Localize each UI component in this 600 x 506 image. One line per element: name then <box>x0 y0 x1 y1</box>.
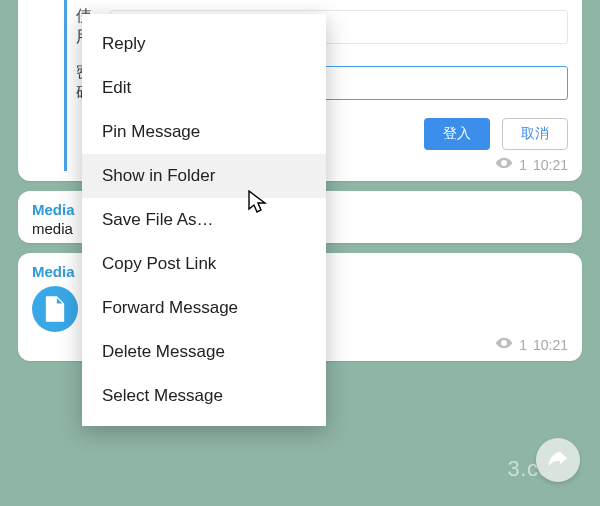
menu-pin[interactable]: Pin Message <box>82 110 326 154</box>
views-count: 1 <box>519 157 527 173</box>
menu-save-as[interactable]: Save File As… <box>82 198 326 242</box>
message-time: 10:21 <box>533 157 568 173</box>
file-icon <box>32 286 78 332</box>
menu-copy-link[interactable]: Copy Post Link <box>82 242 326 286</box>
menu-show-in-folder[interactable]: Show in Folder <box>82 154 326 198</box>
menu-forward[interactable]: Forward Message <box>82 286 326 330</box>
views-icon <box>495 154 513 175</box>
login-button-label: 登入 <box>443 125 471 143</box>
share-button[interactable] <box>536 438 580 482</box>
login-button[interactable]: 登入 <box>424 118 490 150</box>
cancel-button-label: 取消 <box>521 125 549 143</box>
menu-reply[interactable]: Reply <box>82 22 326 66</box>
menu-delete[interactable]: Delete Message <box>82 330 326 374</box>
views-icon <box>495 334 513 355</box>
context-menu: Reply Edit Pin Message Show in Folder Sa… <box>82 14 326 426</box>
share-icon <box>547 448 569 473</box>
message-time: 10:21 <box>533 337 568 353</box>
menu-select[interactable]: Select Message <box>82 374 326 418</box>
menu-edit[interactable]: Edit <box>82 66 326 110</box>
views-count: 1 <box>519 337 527 353</box>
cancel-button[interactable]: 取消 <box>502 118 568 150</box>
quote-bar <box>64 0 67 171</box>
